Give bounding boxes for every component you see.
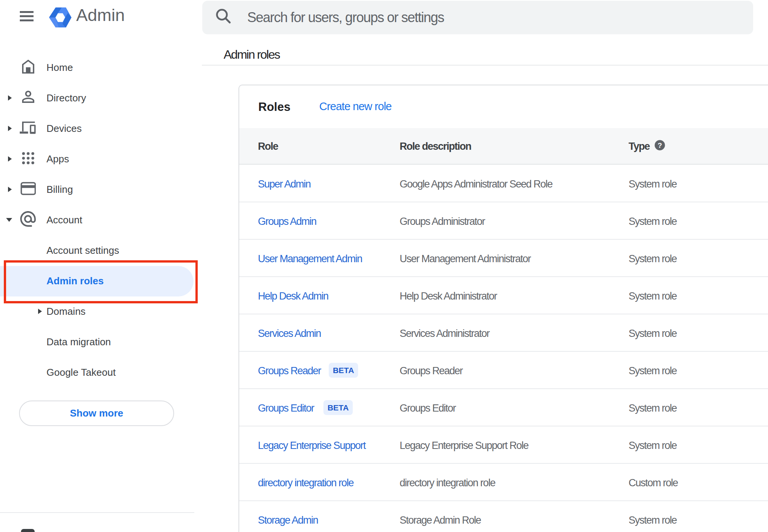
svg-text:?: ? [658,141,662,149]
